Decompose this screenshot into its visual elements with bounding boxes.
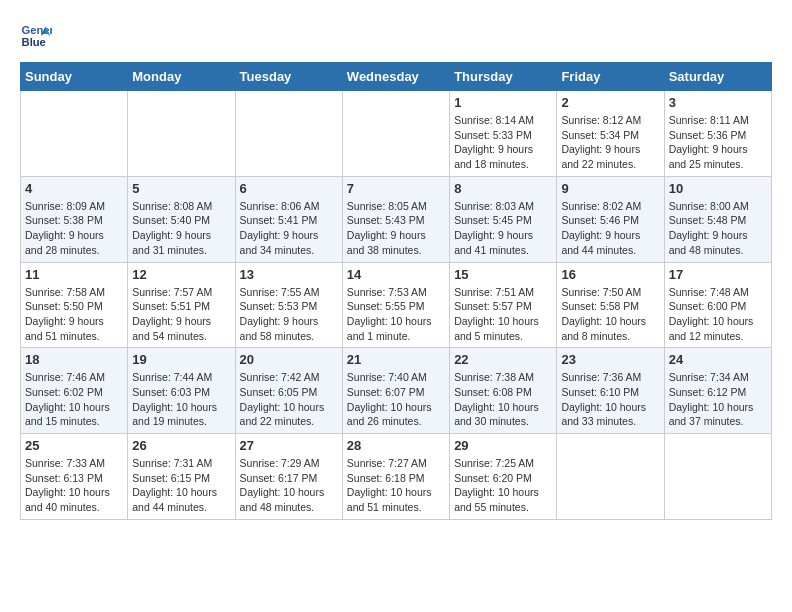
week-row-4: 18Sunrise: 7:46 AMSunset: 6:02 PMDayligh… bbox=[21, 348, 772, 434]
day-cell bbox=[21, 91, 128, 177]
day-cell: 12Sunrise: 7:57 AMSunset: 5:51 PMDayligh… bbox=[128, 262, 235, 348]
day-cell: 22Sunrise: 7:38 AMSunset: 6:08 PMDayligh… bbox=[450, 348, 557, 434]
logo-icon: General Blue bbox=[20, 20, 52, 52]
column-header-sunday: Sunday bbox=[21, 63, 128, 91]
week-row-1: 1Sunrise: 8:14 AMSunset: 5:33 PMDaylight… bbox=[21, 91, 772, 177]
day-number: 26 bbox=[132, 438, 230, 453]
day-info: Sunrise: 7:53 AMSunset: 5:55 PMDaylight:… bbox=[347, 285, 445, 344]
day-cell: 5Sunrise: 8:08 AMSunset: 5:40 PMDaylight… bbox=[128, 176, 235, 262]
day-number: 20 bbox=[240, 352, 338, 367]
day-cell bbox=[128, 91, 235, 177]
day-info: Sunrise: 8:02 AMSunset: 5:46 PMDaylight:… bbox=[561, 199, 659, 258]
day-info: Sunrise: 7:51 AMSunset: 5:57 PMDaylight:… bbox=[454, 285, 552, 344]
day-cell bbox=[342, 91, 449, 177]
day-number: 2 bbox=[561, 95, 659, 110]
day-info: Sunrise: 8:14 AMSunset: 5:33 PMDaylight:… bbox=[454, 113, 552, 172]
day-number: 17 bbox=[669, 267, 767, 282]
day-cell: 24Sunrise: 7:34 AMSunset: 6:12 PMDayligh… bbox=[664, 348, 771, 434]
day-info: Sunrise: 7:33 AMSunset: 6:13 PMDaylight:… bbox=[25, 456, 123, 515]
day-number: 7 bbox=[347, 181, 445, 196]
day-info: Sunrise: 7:40 AMSunset: 6:07 PMDaylight:… bbox=[347, 370, 445, 429]
day-info: Sunrise: 8:06 AMSunset: 5:41 PMDaylight:… bbox=[240, 199, 338, 258]
day-cell: 1Sunrise: 8:14 AMSunset: 5:33 PMDaylight… bbox=[450, 91, 557, 177]
day-number: 11 bbox=[25, 267, 123, 282]
day-cell: 9Sunrise: 8:02 AMSunset: 5:46 PMDaylight… bbox=[557, 176, 664, 262]
day-cell: 18Sunrise: 7:46 AMSunset: 6:02 PMDayligh… bbox=[21, 348, 128, 434]
day-cell: 23Sunrise: 7:36 AMSunset: 6:10 PMDayligh… bbox=[557, 348, 664, 434]
column-header-wednesday: Wednesday bbox=[342, 63, 449, 91]
day-info: Sunrise: 8:12 AMSunset: 5:34 PMDaylight:… bbox=[561, 113, 659, 172]
day-cell: 2Sunrise: 8:12 AMSunset: 5:34 PMDaylight… bbox=[557, 91, 664, 177]
day-cell: 16Sunrise: 7:50 AMSunset: 5:58 PMDayligh… bbox=[557, 262, 664, 348]
day-cell: 11Sunrise: 7:58 AMSunset: 5:50 PMDayligh… bbox=[21, 262, 128, 348]
svg-text:Blue: Blue bbox=[22, 36, 46, 48]
day-info: Sunrise: 7:31 AMSunset: 6:15 PMDaylight:… bbox=[132, 456, 230, 515]
logo: General Blue bbox=[20, 20, 52, 52]
day-cell: 10Sunrise: 8:00 AMSunset: 5:48 PMDayligh… bbox=[664, 176, 771, 262]
week-row-2: 4Sunrise: 8:09 AMSunset: 5:38 PMDaylight… bbox=[21, 176, 772, 262]
day-cell: 26Sunrise: 7:31 AMSunset: 6:15 PMDayligh… bbox=[128, 434, 235, 520]
day-cell: 13Sunrise: 7:55 AMSunset: 5:53 PMDayligh… bbox=[235, 262, 342, 348]
day-info: Sunrise: 7:48 AMSunset: 6:00 PMDaylight:… bbox=[669, 285, 767, 344]
day-number: 19 bbox=[132, 352, 230, 367]
day-info: Sunrise: 7:25 AMSunset: 6:20 PMDaylight:… bbox=[454, 456, 552, 515]
day-number: 3 bbox=[669, 95, 767, 110]
day-info: Sunrise: 8:05 AMSunset: 5:43 PMDaylight:… bbox=[347, 199, 445, 258]
day-number: 23 bbox=[561, 352, 659, 367]
day-info: Sunrise: 8:03 AMSunset: 5:45 PMDaylight:… bbox=[454, 199, 552, 258]
day-number: 18 bbox=[25, 352, 123, 367]
column-header-tuesday: Tuesday bbox=[235, 63, 342, 91]
day-number: 14 bbox=[347, 267, 445, 282]
day-cell: 8Sunrise: 8:03 AMSunset: 5:45 PMDaylight… bbox=[450, 176, 557, 262]
day-number: 5 bbox=[132, 181, 230, 196]
day-info: Sunrise: 7:36 AMSunset: 6:10 PMDaylight:… bbox=[561, 370, 659, 429]
day-cell: 6Sunrise: 8:06 AMSunset: 5:41 PMDaylight… bbox=[235, 176, 342, 262]
day-number: 21 bbox=[347, 352, 445, 367]
day-cell: 27Sunrise: 7:29 AMSunset: 6:17 PMDayligh… bbox=[235, 434, 342, 520]
day-number: 13 bbox=[240, 267, 338, 282]
day-cell bbox=[235, 91, 342, 177]
day-cell: 20Sunrise: 7:42 AMSunset: 6:05 PMDayligh… bbox=[235, 348, 342, 434]
day-number: 15 bbox=[454, 267, 552, 282]
column-header-monday: Monday bbox=[128, 63, 235, 91]
day-number: 27 bbox=[240, 438, 338, 453]
week-row-3: 11Sunrise: 7:58 AMSunset: 5:50 PMDayligh… bbox=[21, 262, 772, 348]
day-number: 28 bbox=[347, 438, 445, 453]
day-cell: 17Sunrise: 7:48 AMSunset: 6:00 PMDayligh… bbox=[664, 262, 771, 348]
day-info: Sunrise: 7:44 AMSunset: 6:03 PMDaylight:… bbox=[132, 370, 230, 429]
day-info: Sunrise: 8:08 AMSunset: 5:40 PMDaylight:… bbox=[132, 199, 230, 258]
column-header-friday: Friday bbox=[557, 63, 664, 91]
week-row-5: 25Sunrise: 7:33 AMSunset: 6:13 PMDayligh… bbox=[21, 434, 772, 520]
day-cell: 19Sunrise: 7:44 AMSunset: 6:03 PMDayligh… bbox=[128, 348, 235, 434]
day-cell: 4Sunrise: 8:09 AMSunset: 5:38 PMDaylight… bbox=[21, 176, 128, 262]
day-info: Sunrise: 7:46 AMSunset: 6:02 PMDaylight:… bbox=[25, 370, 123, 429]
header: General Blue bbox=[20, 20, 772, 52]
day-number: 12 bbox=[132, 267, 230, 282]
day-cell: 14Sunrise: 7:53 AMSunset: 5:55 PMDayligh… bbox=[342, 262, 449, 348]
day-number: 22 bbox=[454, 352, 552, 367]
day-info: Sunrise: 7:57 AMSunset: 5:51 PMDaylight:… bbox=[132, 285, 230, 344]
column-header-saturday: Saturday bbox=[664, 63, 771, 91]
day-number: 24 bbox=[669, 352, 767, 367]
day-info: Sunrise: 7:58 AMSunset: 5:50 PMDaylight:… bbox=[25, 285, 123, 344]
day-cell: 29Sunrise: 7:25 AMSunset: 6:20 PMDayligh… bbox=[450, 434, 557, 520]
day-number: 29 bbox=[454, 438, 552, 453]
day-info: Sunrise: 7:34 AMSunset: 6:12 PMDaylight:… bbox=[669, 370, 767, 429]
day-number: 4 bbox=[25, 181, 123, 196]
day-number: 10 bbox=[669, 181, 767, 196]
day-number: 9 bbox=[561, 181, 659, 196]
day-info: Sunrise: 7:50 AMSunset: 5:58 PMDaylight:… bbox=[561, 285, 659, 344]
day-cell: 15Sunrise: 7:51 AMSunset: 5:57 PMDayligh… bbox=[450, 262, 557, 348]
day-number: 25 bbox=[25, 438, 123, 453]
day-info: Sunrise: 7:38 AMSunset: 6:08 PMDaylight:… bbox=[454, 370, 552, 429]
day-cell bbox=[664, 434, 771, 520]
day-info: Sunrise: 7:42 AMSunset: 6:05 PMDaylight:… bbox=[240, 370, 338, 429]
day-cell bbox=[557, 434, 664, 520]
day-cell: 21Sunrise: 7:40 AMSunset: 6:07 PMDayligh… bbox=[342, 348, 449, 434]
day-info: Sunrise: 7:29 AMSunset: 6:17 PMDaylight:… bbox=[240, 456, 338, 515]
column-header-thursday: Thursday bbox=[450, 63, 557, 91]
day-number: 1 bbox=[454, 95, 552, 110]
day-info: Sunrise: 7:55 AMSunset: 5:53 PMDaylight:… bbox=[240, 285, 338, 344]
day-number: 6 bbox=[240, 181, 338, 196]
day-cell: 3Sunrise: 8:11 AMSunset: 5:36 PMDaylight… bbox=[664, 91, 771, 177]
